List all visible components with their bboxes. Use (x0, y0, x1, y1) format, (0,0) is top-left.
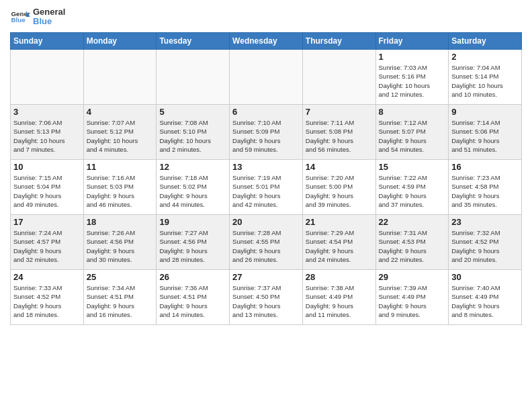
day-number: 11 (87, 162, 154, 172)
calendar-cell: 19Sunrise: 7:27 AM Sunset: 4:56 PM Dayli… (157, 215, 230, 270)
calendar-cell: 28Sunrise: 7:38 AM Sunset: 4:49 PM Dayli… (302, 270, 375, 325)
svg-text:Blue: Blue (11, 16, 26, 24)
calendar-cell: 3Sunrise: 7:06 AM Sunset: 5:13 PM Daylig… (11, 105, 84, 160)
calendar-cell: 23Sunrise: 7:32 AM Sunset: 4:52 PM Dayli… (449, 215, 522, 270)
calendar-cell: 24Sunrise: 7:33 AM Sunset: 4:52 PM Dayli… (11, 270, 84, 325)
day-number: 19 (159, 217, 226, 227)
calendar-cell: 20Sunrise: 7:28 AM Sunset: 4:55 PM Dayli… (230, 215, 303, 270)
calendar-cell: 21Sunrise: 7:29 AM Sunset: 4:54 PM Dayli… (302, 215, 375, 270)
calendar-cell: 26Sunrise: 7:36 AM Sunset: 4:51 PM Dayli… (157, 270, 230, 325)
day-info: Sunrise: 7:11 AM Sunset: 5:08 PM Dayligh… (306, 118, 373, 154)
calendar-cell: 7Sunrise: 7:11 AM Sunset: 5:08 PM Daylig… (302, 105, 375, 160)
calendar-cell: 14Sunrise: 7:20 AM Sunset: 5:00 PM Dayli… (302, 160, 375, 215)
calendar-cell: 5Sunrise: 7:08 AM Sunset: 5:10 PM Daylig… (157, 105, 230, 160)
day-number: 10 (13, 162, 81, 172)
weekday-header-tuesday: Tuesday (157, 33, 230, 50)
calendar-week-1: 1Sunrise: 7:03 AM Sunset: 5:16 PM Daylig… (11, 50, 522, 105)
weekday-header-wednesday: Wednesday (230, 33, 303, 50)
day-number: 6 (232, 107, 300, 117)
calendar-cell: 15Sunrise: 7:22 AM Sunset: 4:59 PM Dayli… (375, 160, 449, 215)
weekday-header-row: SundayMondayTuesdayWednesdayThursdayFrid… (11, 33, 522, 50)
weekday-header-monday: Monday (83, 33, 157, 50)
day-info: Sunrise: 7:20 AM Sunset: 5:00 PM Dayligh… (306, 173, 373, 209)
calendar-cell: 22Sunrise: 7:31 AM Sunset: 4:53 PM Dayli… (375, 215, 449, 270)
day-number: 12 (159, 162, 226, 172)
day-number: 2 (451, 52, 519, 62)
day-number: 30 (451, 272, 519, 282)
calendar-week-5: 24Sunrise: 7:33 AM Sunset: 4:52 PM Dayli… (11, 270, 522, 325)
day-info: Sunrise: 7:14 AM Sunset: 5:06 PM Dayligh… (451, 118, 519, 154)
weekday-header-sunday: Sunday (11, 33, 84, 50)
day-number: 3 (13, 107, 81, 117)
day-info: Sunrise: 7:29 AM Sunset: 4:54 PM Dayligh… (306, 228, 373, 264)
day-info: Sunrise: 7:28 AM Sunset: 4:55 PM Dayligh… (232, 228, 300, 264)
weekday-header-saturday: Saturday (449, 33, 522, 50)
day-info: Sunrise: 7:03 AM Sunset: 5:16 PM Dayligh… (379, 63, 446, 99)
day-number: 28 (306, 272, 373, 282)
day-info: Sunrise: 7:31 AM Sunset: 4:53 PM Dayligh… (379, 228, 446, 264)
day-number: 7 (306, 107, 373, 117)
day-number: 24 (13, 272, 81, 282)
calendar-cell: 11Sunrise: 7:16 AM Sunset: 5:03 PM Dayli… (83, 160, 157, 215)
day-info: Sunrise: 7:19 AM Sunset: 5:01 PM Dayligh… (232, 173, 300, 209)
day-info: Sunrise: 7:04 AM Sunset: 5:14 PM Dayligh… (451, 63, 519, 99)
day-number: 21 (306, 217, 373, 227)
logo-general: General (33, 7, 65, 17)
day-number: 22 (379, 217, 446, 227)
day-number: 18 (87, 217, 154, 227)
day-info: Sunrise: 7:34 AM Sunset: 4:51 PM Dayligh… (87, 283, 154, 319)
day-info: Sunrise: 7:40 AM Sunset: 4:49 PM Dayligh… (451, 283, 519, 319)
calendar-week-3: 10Sunrise: 7:15 AM Sunset: 5:04 PM Dayli… (11, 160, 522, 215)
day-info: Sunrise: 7:15 AM Sunset: 5:04 PM Dayligh… (13, 173, 81, 209)
calendar-header: SundayMondayTuesdayWednesdayThursdayFrid… (11, 33, 522, 50)
weekday-header-friday: Friday (375, 33, 449, 50)
day-number: 14 (306, 162, 373, 172)
day-number: 9 (451, 107, 519, 117)
calendar: SundayMondayTuesdayWednesdayThursdayFrid… (10, 32, 522, 325)
day-number: 20 (232, 217, 300, 227)
day-info: Sunrise: 7:24 AM Sunset: 4:57 PM Dayligh… (13, 228, 81, 264)
day-info: Sunrise: 7:18 AM Sunset: 5:02 PM Dayligh… (159, 173, 226, 209)
calendar-cell: 9Sunrise: 7:14 AM Sunset: 5:06 PM Daylig… (449, 105, 522, 160)
day-number: 5 (159, 107, 226, 117)
day-info: Sunrise: 7:06 AM Sunset: 5:13 PM Dayligh… (13, 118, 81, 154)
day-info: Sunrise: 7:08 AM Sunset: 5:10 PM Dayligh… (159, 118, 226, 154)
calendar-cell: 29Sunrise: 7:39 AM Sunset: 4:49 PM Dayli… (375, 270, 449, 325)
logo-blue: Blue (33, 17, 65, 26)
calendar-cell: 10Sunrise: 7:15 AM Sunset: 5:04 PM Dayli… (11, 160, 84, 215)
calendar-cell: 4Sunrise: 7:07 AM Sunset: 5:12 PM Daylig… (83, 105, 157, 160)
weekday-header-thursday: Thursday (302, 33, 375, 50)
day-info: Sunrise: 7:33 AM Sunset: 4:52 PM Dayligh… (13, 283, 81, 319)
day-number: 26 (159, 272, 226, 282)
calendar-cell (83, 50, 157, 105)
page-container: General Blue General Blue SundayMondayTu… (0, 0, 532, 328)
day-number: 25 (87, 272, 154, 282)
day-number: 1 (379, 52, 446, 62)
day-number: 17 (13, 217, 81, 227)
day-number: 16 (451, 162, 519, 172)
day-number: 4 (87, 107, 154, 117)
day-info: Sunrise: 7:07 AM Sunset: 5:12 PM Dayligh… (87, 118, 154, 154)
calendar-cell: 16Sunrise: 7:23 AM Sunset: 4:58 PM Dayli… (449, 160, 522, 215)
day-info: Sunrise: 7:12 AM Sunset: 5:07 PM Dayligh… (379, 118, 446, 154)
day-info: Sunrise: 7:22 AM Sunset: 4:59 PM Dayligh… (379, 173, 446, 209)
day-info: Sunrise: 7:37 AM Sunset: 4:50 PM Dayligh… (232, 283, 300, 319)
logo-icon: General Blue (10, 7, 30, 27)
day-info: Sunrise: 7:39 AM Sunset: 4:49 PM Dayligh… (379, 283, 446, 319)
calendar-week-4: 17Sunrise: 7:24 AM Sunset: 4:57 PM Dayli… (11, 215, 522, 270)
calendar-cell: 6Sunrise: 7:10 AM Sunset: 5:09 PM Daylig… (230, 105, 303, 160)
calendar-cell: 30Sunrise: 7:40 AM Sunset: 4:49 PM Dayli… (449, 270, 522, 325)
calendar-cell: 13Sunrise: 7:19 AM Sunset: 5:01 PM Dayli… (230, 160, 303, 215)
calendar-cell: 27Sunrise: 7:37 AM Sunset: 4:50 PM Dayli… (230, 270, 303, 325)
day-info: Sunrise: 7:16 AM Sunset: 5:03 PM Dayligh… (87, 173, 154, 209)
calendar-cell: 2Sunrise: 7:04 AM Sunset: 5:14 PM Daylig… (449, 50, 522, 105)
day-number: 23 (451, 217, 519, 227)
day-number: 8 (379, 107, 446, 117)
day-info: Sunrise: 7:38 AM Sunset: 4:49 PM Dayligh… (306, 283, 373, 319)
day-info: Sunrise: 7:27 AM Sunset: 4:56 PM Dayligh… (159, 228, 226, 264)
header: General Blue General Blue (10, 7, 522, 27)
calendar-week-2: 3Sunrise: 7:06 AM Sunset: 5:13 PM Daylig… (11, 105, 522, 160)
calendar-cell: 25Sunrise: 7:34 AM Sunset: 4:51 PM Dayli… (83, 270, 157, 325)
calendar-cell: 8Sunrise: 7:12 AM Sunset: 5:07 PM Daylig… (375, 105, 449, 160)
day-number: 27 (232, 272, 300, 282)
